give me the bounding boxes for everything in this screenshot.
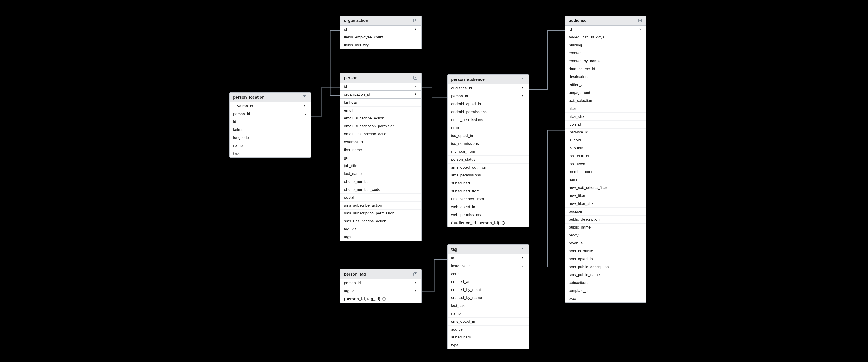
- column-name: tag_ids: [344, 227, 418, 232]
- column-row: created_by_email: [447, 286, 529, 294]
- column-row: sms_permissions: [447, 172, 529, 179]
- column-name: subscribers: [451, 335, 525, 340]
- column-name: id: [233, 120, 307, 124]
- column-row: filter_sha: [565, 113, 646, 121]
- table-header[interactable]: person_location: [229, 93, 311, 102]
- column-name: last_used: [451, 303, 525, 308]
- key-icon: [414, 281, 418, 284]
- column-row: id: [229, 118, 311, 126]
- svg-rect-25: [522, 258, 524, 259]
- expand-icon[interactable]: [413, 18, 418, 23]
- column-row: name: [565, 176, 646, 184]
- column-row: sms_public_description: [565, 263, 646, 271]
- table-organization[interactable]: organization id fields_employee_count fi…: [340, 16, 422, 49]
- svg-rect-5: [414, 19, 417, 22]
- column-row: instance_id: [565, 128, 646, 137]
- svg-rect-28: [639, 19, 642, 22]
- column-row: exit_selection: [565, 97, 646, 105]
- column-name: filter: [569, 106, 643, 111]
- column-row: is_public: [565, 144, 646, 152]
- column-row: icon_id: [565, 121, 646, 128]
- table-person-location[interactable]: person_location _fivetran_id person_id i…: [229, 92, 311, 158]
- column-row: position: [565, 208, 646, 216]
- column-row: new_filter: [565, 192, 646, 200]
- column-name: phone_number: [344, 179, 418, 184]
- column-name: person_id: [344, 281, 412, 285]
- column-name: ios_opted_in: [451, 133, 525, 138]
- column-name: email_unsubscribe_action: [344, 132, 418, 137]
- column-row: postal: [340, 194, 421, 202]
- column-name: source: [451, 327, 525, 332]
- column-row: fields_employee_count: [340, 33, 421, 41]
- column-row: created_at: [447, 278, 529, 286]
- column-name: birthday: [344, 100, 418, 105]
- column-name: destinations: [569, 75, 643, 79]
- info-icon[interactable]: i: [382, 297, 386, 301]
- column-row: member_count: [565, 168, 646, 176]
- column-name: edited_at: [569, 83, 643, 87]
- svg-point-6: [414, 28, 416, 29]
- svg-rect-13: [414, 273, 417, 276]
- column-name: gdpr: [344, 156, 418, 160]
- column-name: type: [233, 151, 307, 156]
- column-row: audience_id: [447, 84, 529, 92]
- column-name: engagement: [569, 90, 643, 95]
- column-name: phone_number_code: [344, 187, 418, 192]
- column-name: web_opted_in: [451, 205, 525, 209]
- column-name: subscribed: [451, 181, 525, 185]
- expand-icon[interactable]: [520, 77, 525, 82]
- column-name: added_last_30_days: [569, 35, 643, 39]
- column-name: instance_id: [451, 264, 519, 268]
- expand-icon[interactable]: [413, 272, 418, 277]
- column-name: filter_sha: [569, 114, 643, 119]
- column-row: is_cold: [565, 137, 646, 144]
- expand-icon[interactable]: [638, 18, 643, 23]
- svg-rect-12: [415, 94, 416, 95]
- column-row: email_permissions: [447, 116, 529, 124]
- table-header[interactable]: person_tag: [340, 269, 421, 279]
- column-name: audience_id: [451, 86, 519, 90]
- column-row: created: [565, 49, 646, 57]
- column-name: new_exit_criteria_filter: [569, 185, 643, 190]
- column-row: longitude: [229, 134, 311, 142]
- table-header[interactable]: organization: [340, 16, 421, 26]
- column-row: _fivetran_id: [229, 102, 311, 110]
- table-tag[interactable]: tag id instance_id count created_at crea…: [447, 244, 529, 349]
- info-icon[interactable]: i: [501, 221, 504, 225]
- column-row: subscribed_from: [447, 187, 529, 195]
- table-header[interactable]: person: [340, 73, 421, 83]
- table-header[interactable]: audience: [565, 16, 646, 26]
- column-name: last_name: [344, 172, 418, 176]
- column-name: person_status: [451, 157, 525, 162]
- key-icon: [414, 28, 418, 31]
- column-row: web_permissions: [447, 211, 529, 219]
- column-name: longitude: [233, 135, 307, 140]
- svg-rect-10: [415, 86, 416, 88]
- column-name: position: [569, 209, 643, 214]
- column-row: phone_number_code: [340, 186, 421, 194]
- svg-rect-15: [415, 283, 416, 284]
- table-audience[interactable]: audience id added_last_30_days building …: [565, 16, 646, 303]
- svg-point-1: [304, 105, 305, 106]
- table-header[interactable]: person_audience: [447, 75, 529, 84]
- column-row: name: [447, 310, 529, 318]
- table-title: audience: [569, 18, 638, 23]
- column-row: phone_number: [340, 178, 421, 186]
- table-title: person_tag: [344, 272, 413, 277]
- column-row: person_id: [340, 279, 421, 287]
- expand-icon[interactable]: [520, 247, 525, 252]
- column-row: sms_opted_out_from: [447, 163, 529, 172]
- expand-icon[interactable]: [413, 76, 418, 80]
- table-person-tag[interactable]: person_tag person_id tag_id (person_id, …: [340, 269, 422, 303]
- expand-icon[interactable]: [302, 95, 307, 100]
- column-name: created_at: [451, 280, 525, 284]
- column-row: last_used: [565, 160, 646, 168]
- table-header[interactable]: tag: [447, 245, 529, 254]
- key-icon: [521, 257, 525, 260]
- column-name: data_source_id: [569, 67, 643, 71]
- table-person[interactable]: person id organization_id birthday email…: [340, 73, 422, 241]
- svg-rect-20: [522, 88, 524, 89]
- column-row: source: [447, 326, 529, 333]
- table-person-audience[interactable]: person_audience audience_id person_id an…: [447, 74, 529, 227]
- column-row: last_built_at: [565, 152, 646, 160]
